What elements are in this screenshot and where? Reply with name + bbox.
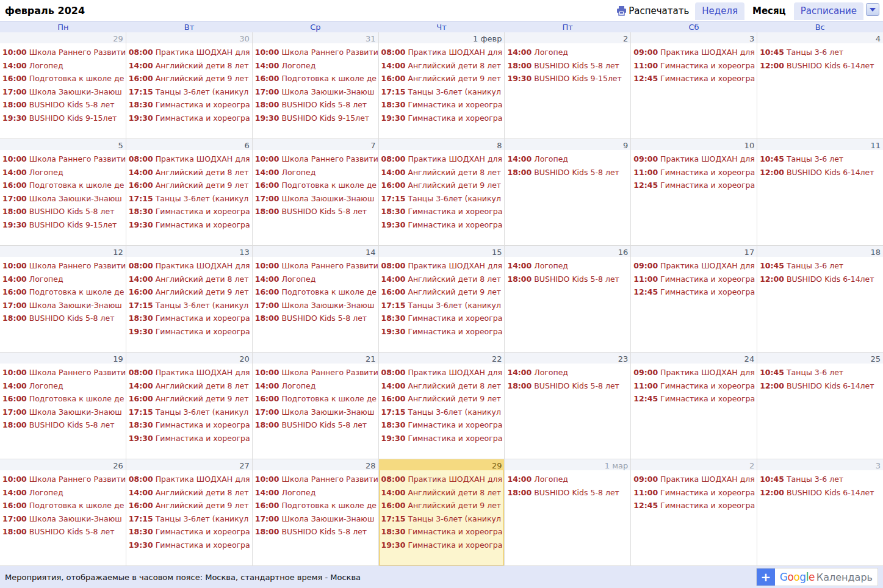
date-number[interactable]: 14 <box>366 248 376 257</box>
event-item[interactable]: 19:30Гимнастика и хореогра <box>129 112 252 125</box>
event-item[interactable]: 18:00BUSHIDO Kids 5-8 лет <box>2 205 126 218</box>
event-item[interactable]: 17:15Танцы 3-6лет (каникул <box>381 512 505 526</box>
event-item[interactable]: 18:00BUSHIDO Kids 5-8 лет <box>255 205 378 218</box>
event-item[interactable]: 14:00Логопед <box>507 259 630 273</box>
event-item[interactable]: 17:00Школа Заюшки-Знаюш <box>2 192 126 206</box>
event-item[interactable]: 14:00Английский дети 8 лет <box>381 273 505 286</box>
event-item[interactable]: 11:00Гимнастика и хореогра <box>633 379 757 393</box>
event-item[interactable]: 18:00BUSHIDO Kids 5-8 лет <box>255 418 378 432</box>
print-button[interactable]: Распечатать <box>616 5 689 16</box>
date-number[interactable]: 8 <box>497 141 502 150</box>
event-item[interactable]: 18:00BUSHIDO Kids 5-8 лет <box>255 312 378 325</box>
event-item[interactable]: 18:30Гимнастика и хореогра <box>381 205 505 218</box>
event-item[interactable]: 12:00BUSHIDO Kids 6-14лет <box>760 486 883 500</box>
tab-расписание[interactable]: Расписание <box>794 2 863 20</box>
event-item[interactable]: 18:00BUSHIDO Kids 5-8 лет <box>2 98 126 112</box>
event-item[interactable]: 17:15Танцы 3-6лет (каникул <box>129 299 252 312</box>
event-item[interactable]: 14:00Английский дети 8 лет <box>129 273 252 286</box>
event-item[interactable]: 14:00Английский дети 8 лет <box>381 59 505 73</box>
event-item[interactable]: 18:00BUSHIDO Kids 5-8 лет <box>507 59 630 73</box>
event-item[interactable]: 10:00Школа Раннего Развити <box>2 473 126 486</box>
event-item[interactable]: 17:15Танцы 3-6лет (каникул <box>381 192 505 206</box>
event-item[interactable]: 19:30Гимнастика и хореогра <box>381 539 505 552</box>
event-item[interactable]: 08:00Практика ШОДХАН для <box>381 473 505 486</box>
event-item[interactable]: 10:00Школа Раннего Развити <box>255 259 378 273</box>
event-item[interactable]: 08:00Практика ШОДХАН для <box>381 152 505 166</box>
event-item[interactable]: 16:00Подготовка к школе де <box>255 285 378 299</box>
event-item[interactable]: 19:30Гимнастика и хореогра <box>381 325 505 339</box>
date-number[interactable]: 2 <box>623 34 628 43</box>
event-item[interactable]: 18:30Гимнастика и хореогра <box>129 98 252 112</box>
event-item[interactable]: 16:00Английский дети 9 лет <box>381 72 505 85</box>
event-item[interactable]: 19:30Гимнастика и хореогра <box>129 325 252 339</box>
event-item[interactable]: 16:00Английский дети 9 лет <box>129 499 252 512</box>
event-item[interactable]: 10:45Танцы 3-6 лет <box>760 366 883 379</box>
event-item[interactable]: 17:15Танцы 3-6лет (каникул <box>381 406 505 419</box>
event-item[interactable]: 14:00Логопед <box>255 59 378 73</box>
date-number[interactable]: 29 <box>113 34 123 43</box>
event-item[interactable]: 18:00BUSHIDO Kids 5-8 лет <box>255 98 378 112</box>
date-number[interactable]: 26 <box>113 461 123 470</box>
event-item[interactable]: 16:00Английский дети 9 лет <box>381 392 505 406</box>
event-item[interactable]: 18:00BUSHIDO Kids 5-8 лет <box>2 312 126 325</box>
event-item[interactable]: 17:00Школа Заюшки-Знаюш <box>2 85 126 99</box>
event-item[interactable]: 19:30Гимнастика и хореогра <box>381 218 505 232</box>
event-item[interactable]: 17:00Школа Заюшки-Знаюш <box>255 192 378 206</box>
date-number[interactable]: 18 <box>870 248 881 257</box>
event-item[interactable]: 12:00BUSHIDO Kids 6-14лет <box>760 166 883 179</box>
event-item[interactable]: 19:30Гимнастика и хореогра <box>129 539 252 552</box>
event-item[interactable]: 18:00BUSHIDO Kids 5-8 лет <box>507 166 630 179</box>
event-item[interactable]: 12:45Гимнастика и хореогра <box>633 499 757 512</box>
event-item[interactable]: 12:00BUSHIDO Kids 6-14лет <box>760 273 883 286</box>
event-item[interactable]: 12:45Гимнастика и хореогра <box>633 285 757 299</box>
event-item[interactable]: 08:00Практика ШОДХАН для <box>381 46 505 59</box>
event-item[interactable]: 14:00Логопед <box>507 473 630 486</box>
event-item[interactable]: 10:00Школа Раннего Развити <box>2 46 126 59</box>
event-item[interactable]: 18:00BUSHIDO Kids 5-8 лет <box>507 273 630 286</box>
event-item[interactable]: 17:15Танцы 3-6лет (каникул <box>381 299 505 312</box>
event-item[interactable]: 18:00BUSHIDO Kids 5-8 лет <box>507 486 630 500</box>
event-item[interactable]: 17:15Танцы 3-6лет (каникул <box>129 192 252 206</box>
event-item[interactable]: 09:00Практика ШОДХАН для <box>633 152 757 166</box>
event-item[interactable]: 14:00Логопед <box>2 486 126 500</box>
event-item[interactable]: 14:00Английский дети 8 лет <box>129 166 252 179</box>
event-item[interactable]: 12:45Гимнастика и хореогра <box>633 179 757 192</box>
event-item[interactable]: 16:00Английский дети 9 лет <box>129 392 252 406</box>
date-number[interactable]: 7 <box>370 141 375 150</box>
event-item[interactable]: 16:00Английский дети 9 лет <box>129 179 252 192</box>
event-item[interactable]: 10:00Школа Раннего Развити <box>255 473 378 486</box>
event-item[interactable]: 16:00Английский дети 9 лет <box>381 285 505 299</box>
event-item[interactable]: 09:00Практика ШОДХАН для <box>633 46 757 59</box>
date-number[interactable]: 29 <box>492 461 502 470</box>
event-item[interactable]: 19:30Гимнастика и хореогра <box>129 218 252 232</box>
event-item[interactable]: 10:00Школа Раннего Развити <box>255 46 378 59</box>
event-item[interactable]: 18:00BUSHIDO Kids 5-8 лет <box>507 379 630 393</box>
event-item[interactable]: 18:00BUSHIDO Kids 5-8 лет <box>255 525 378 539</box>
event-item[interactable]: 18:30Гимнастика и хореогра <box>129 205 252 218</box>
event-item[interactable]: 17:00Школа Заюшки-Знаюш <box>255 406 378 419</box>
date-number[interactable]: 3 <box>749 34 754 43</box>
date-number[interactable]: 21 <box>366 354 376 364</box>
event-item[interactable]: 11:00Гимнастика и хореогра <box>633 166 757 179</box>
event-item[interactable]: 12:00BUSHIDO Kids 6-14лет <box>760 59 883 73</box>
event-item[interactable]: 14:00Логопед <box>255 166 378 179</box>
date-number[interactable]: 24 <box>744 354 755 364</box>
google-calendar-button[interactable]: + Google Календарь <box>756 568 878 586</box>
event-item[interactable]: 17:00Школа Заюшки-Знаюш <box>2 512 126 526</box>
date-number[interactable]: 2 <box>749 461 754 470</box>
event-item[interactable]: 16:00Подготовка к школе де <box>2 72 126 85</box>
event-item[interactable]: 14:00Английский дети 8 лет <box>381 486 505 500</box>
event-item[interactable]: 08:00Практика ШОДХАН для <box>129 259 252 273</box>
event-item[interactable]: 14:00Логопед <box>2 166 126 179</box>
event-item[interactable]: 17:00Школа Заюшки-Знаюш <box>255 299 378 312</box>
event-item[interactable]: 08:00Практика ШОДХАН для <box>129 46 252 59</box>
event-item[interactable]: 16:00Английский дети 9 лет <box>129 72 252 85</box>
event-item[interactable]: 18:00BUSHIDO Kids 5-8 лет <box>2 525 126 539</box>
event-item[interactable]: 16:00Подготовка к школе де <box>255 72 378 85</box>
event-item[interactable]: 16:00Английский дети 9 лет <box>381 499 505 512</box>
date-number[interactable]: 28 <box>366 461 376 470</box>
event-item[interactable]: 17:15Танцы 3-6лет (каникул <box>129 512 252 526</box>
event-item[interactable]: 12:45Гимнастика и хореогра <box>633 72 757 85</box>
event-item[interactable]: 18:00BUSHIDO Kids 5-8 лет <box>2 418 126 432</box>
event-item[interactable]: 16:00Подготовка к школе де <box>255 179 378 192</box>
